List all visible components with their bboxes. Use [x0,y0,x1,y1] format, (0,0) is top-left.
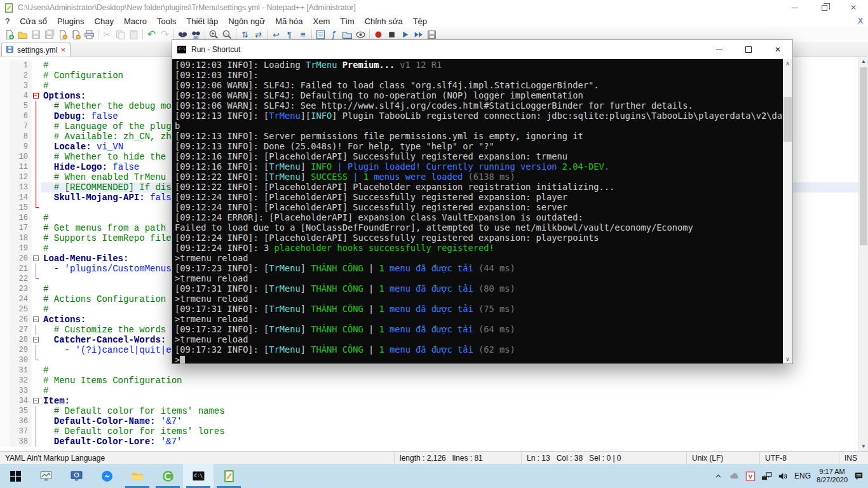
bookmark-margin[interactable] [0,264,10,274]
editor-line[interactable]: 33# [0,386,858,396]
language-indicator[interactable]: ENG [794,471,811,480]
chevron-up-icon[interactable] [714,470,723,482]
menubar-close-icon[interactable]: X [858,17,863,25]
bookmark-margin[interactable] [0,223,10,233]
bookmark-margin[interactable] [0,345,10,355]
bookmark-margin[interactable] [0,71,10,81]
menu-item-6[interactable]: Ngôn ngữ [223,15,270,27]
cut-icon[interactable]: ✂ [100,28,114,41]
restore-button[interactable] [810,0,839,15]
menu-item-13[interactable]: ? [0,15,15,27]
scroll-down-icon[interactable]: ▼ [859,442,868,451]
console-scroll-thumb[interactable] [783,97,792,142]
fold-collapse-icon[interactable]: − [32,335,41,345]
vietkey-icon[interactable]: V [745,470,756,482]
bookmark-margin[interactable] [0,121,10,132]
bookmark-margin[interactable] [0,386,10,396]
bookmark-margin[interactable] [0,142,10,152]
bookmark-margin[interactable] [0,325,10,335]
tab-settings-yml[interactable]: settings.yml ✕ [1,43,71,57]
editor-line[interactable]: 37 # Default color for items' lores [0,426,858,437]
bookmark-margin[interactable] [0,162,10,172]
network-icon[interactable] [761,470,772,482]
editor-line-text[interactable]: Default-Color-Lore: '&7' [41,437,858,447]
editor-line[interactable]: 34−Item: [0,396,858,406]
paste-icon[interactable] [127,28,140,41]
taskbar-coccoc-browser-button[interactable] [153,464,183,488]
bookmark-margin[interactable] [0,132,10,142]
bookmark-margin[interactable] [0,355,10,365]
status-eol-format[interactable]: Unix (LF) [686,452,759,464]
menu-item-3[interactable]: Tìm [335,15,359,27]
close-all-icon[interactable] [69,28,83,41]
bookmark-margin[interactable] [0,284,10,294]
fold-collapse-icon[interactable]: − [32,254,41,264]
bookmark-margin[interactable] [0,294,10,304]
menu-item-4[interactable]: Xem [308,15,336,27]
editor-line[interactable]: 36 Default-Color-Name: '&7' [0,416,858,426]
bookmark-margin[interactable] [0,315,10,325]
bookmark-margin[interactable] [0,152,10,162]
menu-item-8[interactable]: Tools [152,15,181,27]
editor-line[interactable]: 38 Default-Color-Lore: '&7' [0,437,858,447]
bookmark-margin[interactable] [0,233,10,243]
print-icon[interactable] [83,28,96,41]
onedrive-cloud-icon[interactable] [729,470,740,482]
save-icon[interactable] [29,28,43,41]
redo-icon[interactable]: ↷ [158,28,172,41]
menu-item-7[interactable]: Thiết lập [181,15,223,27]
close-button[interactable]: ✕ [839,0,868,15]
editor-line-text[interactable]: Default-Color-Name: '&7' [41,416,858,426]
action-center-icon[interactable] [853,471,864,482]
bookmark-margin[interactable] [0,111,10,121]
menu-item-11[interactable]: Plugins [52,15,90,27]
menu-item-12[interactable]: Cửa sổ [15,15,52,27]
editor-scroll-thumb[interactable] [860,67,867,245]
menu-item-5[interactable]: Mã hóa [270,15,308,27]
menu-item-1[interactable]: Tệp [408,15,432,27]
taskbar-start-button[interactable] [0,464,31,488]
save-all-icon[interactable] [43,28,56,41]
status-encoding[interactable]: UTF-8 [759,452,839,464]
bookmark-margin[interactable] [0,91,10,101]
bookmark-margin[interactable] [0,193,10,203]
editor-line[interactable]: 31# [0,365,858,376]
menu-item-10[interactable]: Chạy [90,15,119,27]
console-minimize-button[interactable] [705,40,734,59]
taskbar-task-manager-button[interactable] [31,464,61,488]
undo-icon[interactable]: ↶ [145,28,158,41]
tab-close-icon[interactable]: ✕ [60,46,65,53]
close-file-icon[interactable] [56,28,69,41]
bookmark-margin[interactable] [0,254,10,264]
bookmark-margin[interactable] [0,60,10,71]
volume-icon[interactable] [778,470,789,482]
editor-line-text[interactable]: # Menu Items Configuration [41,376,858,386]
new-file-icon[interactable] [3,28,16,41]
bookmark-margin[interactable] [0,243,10,254]
bookmark-margin[interactable] [0,426,10,437]
editor-line-text[interactable]: # [41,386,858,396]
bookmark-margin[interactable] [0,335,10,345]
bookmark-margin[interactable] [0,182,10,193]
fold-collapse-icon[interactable]: − [32,91,41,101]
taskbar-notepad-plus-plus-button[interactable] [214,464,244,488]
console-body[interactable]: [09:12:03 INFO]: Loading TrMenu Premium.… [172,59,792,363]
bookmark-margin[interactable] [0,203,10,213]
minimize-button[interactable] [780,0,810,15]
taskbar-messenger-button[interactable] [92,464,122,488]
bookmark-margin[interactable] [0,376,10,386]
bookmark-margin[interactable] [0,396,10,406]
bookmark-margin[interactable] [0,172,10,182]
console-scrollbar[interactable]: ∧ ∨ [783,59,792,363]
bookmark-margin[interactable] [0,81,10,91]
bookmark-margin[interactable] [0,406,10,416]
bookmark-margin[interactable] [0,365,10,376]
taskbar-clock[interactable]: 9:17 AM 8/27/2020 [817,468,848,484]
fold-collapse-icon[interactable]: − [32,315,41,325]
status-insert-mode[interactable]: INS [839,452,868,464]
console-scroll-down-icon[interactable]: ∨ [783,355,792,363]
bookmark-margin[interactable] [0,416,10,426]
editor-line-text[interactable]: Item: [41,396,858,406]
bookmark-margin[interactable] [0,437,10,447]
scroll-up-icon[interactable]: ▲ [859,57,868,66]
